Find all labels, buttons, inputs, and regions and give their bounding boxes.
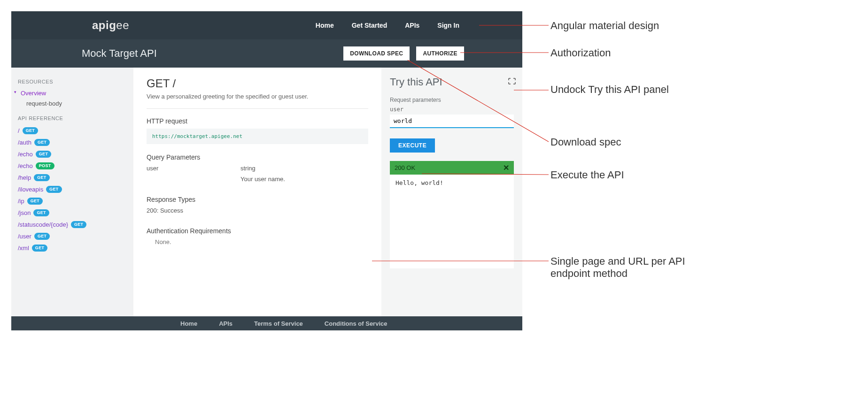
try-api-panel: Try this API Request parameters user EXE…	[381, 68, 522, 316]
get-badge: GET	[46, 186, 62, 193]
endpoint-desc: View a personalized greeting for the spe…	[147, 93, 368, 100]
sub-header: Mock Target API DOWNLOAD SPEC AUTHORIZE	[11, 39, 522, 68]
undock-icon[interactable]	[508, 78, 516, 84]
nav-get-started[interactable]: Get Started	[352, 22, 387, 29]
annotation-download: Download spec	[550, 136, 621, 148]
divider	[147, 108, 368, 109]
nav-sign-in[interactable]: Sign In	[437, 22, 459, 29]
annotation-single: Single page and URL per API endpoint met…	[550, 255, 701, 280]
query-params-row: user string Your user name.	[147, 165, 368, 183]
footer-cos[interactable]: Conditions of Service	[325, 320, 388, 327]
api-path: /statuscode/{code}	[18, 221, 68, 228]
execute-button[interactable]: EXECUTE	[390, 138, 435, 153]
api-path: /json	[18, 209, 31, 216]
api-path: /auth	[18, 139, 31, 146]
auth-none: None.	[155, 238, 368, 245]
query-params-heading: Query Parameters	[147, 153, 368, 161]
annotation-execute: Execute the API	[550, 169, 624, 181]
endpoint-heading: GET /	[147, 77, 368, 90]
sidebar: RESOURCES Overview request-body API REFE…	[11, 68, 133, 316]
get-badge: GET	[71, 221, 86, 228]
api-list-item[interactable]: /userGET	[18, 230, 128, 242]
api-list-item[interactable]: /authGET	[18, 137, 128, 148]
param-user-label: user	[390, 106, 514, 113]
authorize-button[interactable]: AUTHORIZE	[416, 46, 464, 61]
brand-bold: apig	[92, 19, 116, 31]
main-panel: GET / View a personalized greeting for t…	[133, 68, 381, 316]
api-reference-list: /GET/authGET/echoGET/echoPOST/helpGET/il…	[18, 125, 128, 254]
api-list-item[interactable]: /xmlGET	[18, 242, 128, 254]
content-columns: RESOURCES Overview request-body API REFE…	[11, 68, 522, 316]
get-badge: GET	[27, 198, 43, 205]
get-badge: GET	[33, 209, 49, 216]
http-request-url: https://mocktarget.apigee.net	[147, 129, 368, 144]
response-200: 200: Success	[147, 207, 368, 214]
top-nav: apigee Home Get Started APIs Sign In	[11, 11, 522, 39]
param-type-col: string Your user name.	[240, 165, 292, 183]
api-path: /user	[18, 233, 31, 240]
http-request-heading: HTTP request	[147, 117, 368, 125]
api-list-item[interactable]: /echoPOST	[18, 160, 128, 172]
subheader-actions: DOWNLOAD SPEC AUTHORIZE	[343, 46, 464, 61]
status-text: 200 OK	[395, 164, 415, 171]
page-title: Mock Target API	[82, 47, 157, 60]
api-ref-heading: API REFERENCE	[18, 115, 128, 121]
footer-apis[interactable]: APIs	[219, 320, 232, 327]
api-list-item[interactable]: /GET	[18, 125, 128, 137]
get-badge: GET	[34, 139, 50, 146]
try-api-title: Try this API	[390, 76, 514, 88]
api-path: /xml	[18, 245, 29, 252]
param-desc: Your user name.	[240, 176, 292, 183]
api-list-item[interactable]: /ipGET	[18, 195, 128, 207]
api-list-item[interactable]: /jsonGET	[18, 207, 128, 219]
response-types-heading: Response Types	[147, 196, 368, 203]
api-path: /help	[18, 174, 31, 181]
api-path: /	[18, 127, 20, 134]
footer-home[interactable]: Home	[180, 320, 197, 327]
param-type: string	[240, 165, 292, 172]
get-badge: GET	[23, 127, 38, 134]
auth-req-heading: Authentication Requirements	[147, 227, 368, 235]
api-path: /iloveapis	[18, 186, 43, 193]
footer-tos[interactable]: Terms of Service	[254, 320, 303, 327]
sidebar-overview[interactable]: Overview	[18, 88, 128, 98]
param-name: user	[147, 165, 198, 183]
user-input[interactable]	[390, 115, 514, 128]
api-path: /echo	[18, 151, 33, 158]
nav-links: Home Get Started APIs Sign In	[316, 22, 459, 29]
api-path: /ip	[18, 198, 24, 205]
nav-apis[interactable]: APIs	[405, 22, 419, 29]
response-body: Hello, world!	[390, 175, 514, 268]
api-list-item[interactable]: /helpGET	[18, 172, 128, 184]
download-spec-button[interactable]: DOWNLOAD SPEC	[343, 46, 410, 61]
resources-heading: RESOURCES	[18, 79, 128, 84]
annotation-angular: Angular material design	[550, 20, 659, 32]
annotation-undock: Undock Try this API panel	[550, 84, 682, 96]
get-badge: GET	[32, 245, 47, 252]
brand-logo: apigee	[92, 19, 129, 32]
get-badge: GET	[34, 174, 49, 181]
post-badge: POST	[36, 162, 54, 169]
get-badge: GET	[34, 233, 50, 240]
close-icon[interactable]: ✕	[503, 163, 509, 172]
footer: Home APIs Terms of Service Conditions of…	[11, 316, 522, 330]
brand-light: ee	[116, 19, 129, 31]
nav-home[interactable]: Home	[316, 22, 334, 29]
annotation-auth: Authorization	[550, 47, 611, 59]
get-badge: GET	[36, 151, 51, 158]
api-list-item[interactable]: /iloveapisGET	[18, 184, 128, 195]
request-params-label: Request parameters	[390, 97, 514, 103]
api-list-item[interactable]: /echoGET	[18, 148, 128, 160]
app-window: apigee Home Get Started APIs Sign In Moc…	[11, 11, 522, 330]
api-path: /echo	[18, 162, 33, 169]
api-list-item[interactable]: /statuscode/{code}GET	[18, 219, 128, 230]
sidebar-request-body[interactable]: request-body	[18, 98, 128, 109]
response-status-bar: 200 OK ✕	[390, 161, 514, 175]
